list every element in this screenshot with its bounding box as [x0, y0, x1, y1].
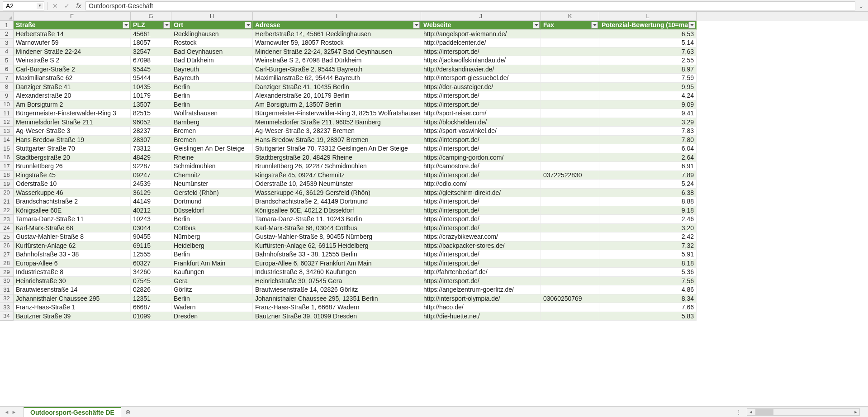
row-header-24[interactable]: 24: [0, 224, 14, 233]
sheet-tab-active[interactable]: Outdoorsport-Geschäfte DE: [24, 407, 121, 417]
cell[interactable]: 90455: [131, 232, 171, 242]
cell[interactable]: [541, 30, 599, 39]
row-header-23[interactable]: 23: [0, 215, 14, 224]
cell[interactable]: Bayreuth: [171, 74, 253, 83]
scrollbar-thumb[interactable]: [755, 409, 773, 415]
cell[interactable]: Mindener Straße 22-24: [14, 47, 131, 57]
cell[interactable]: [541, 232, 599, 242]
cell[interactable]: Kaufungen: [171, 268, 253, 277]
cell[interactable]: 24539: [131, 180, 171, 189]
cell[interactable]: Oderstraße 10, 24539 Neumünster: [253, 180, 421, 189]
cell[interactable]: Danziger Straße 41, 10435 Berlin: [253, 83, 421, 92]
cell[interactable]: 95445: [131, 65, 171, 74]
cell[interactable]: http://camostore.de/: [421, 162, 541, 171]
cell[interactable]: 9,18: [599, 206, 697, 215]
cell[interactable]: [541, 144, 599, 153]
cell[interactable]: Kurfürsten-Anlage 62, 69115 Heidelberg: [253, 242, 421, 251]
cell[interactable]: [541, 224, 599, 233]
cell[interactable]: [541, 153, 599, 162]
cell[interactable]: Gustav-Mahler-Straße 8: [14, 232, 131, 242]
cell[interactable]: 48429: [131, 153, 171, 162]
cell[interactable]: [541, 303, 599, 312]
cell[interactable]: Geislingen An Der Steige: [171, 144, 253, 153]
cell[interactable]: 67098: [131, 56, 171, 65]
row-header-1[interactable]: 1: [0, 21, 14, 30]
cell[interactable]: http://haco.de/: [421, 303, 541, 312]
cell[interactable]: Heidelberg: [171, 242, 253, 251]
cell[interactable]: Königsallee 60E: [14, 206, 131, 215]
cell[interactable]: Heinrichstraße 30: [14, 277, 131, 286]
filter-dropdown-icon[interactable]: [533, 22, 540, 28]
row-header-7[interactable]: 7: [0, 74, 14, 83]
cell[interactable]: [541, 206, 599, 215]
cell[interactable]: Weinstraße S 2: [14, 56, 131, 65]
cell[interactable]: [541, 197, 599, 206]
row-header-19[interactable]: 19: [0, 180, 14, 189]
row-header-21[interactable]: 21: [0, 197, 14, 206]
row-header-14[interactable]: 14: [0, 136, 14, 145]
cell[interactable]: Alexanderstraße 20: [14, 91, 131, 100]
cell[interactable]: https://angelzentrum-goerlitz.de/: [421, 285, 541, 294]
cell[interactable]: 73312: [131, 144, 171, 153]
cell[interactable]: Frankfurt Am Main: [171, 259, 253, 268]
row-header-5[interactable]: 5: [0, 56, 14, 65]
cell[interactable]: http://derskandinavier.de/: [421, 65, 541, 74]
cell[interactable]: Bad Oeynhausen: [171, 47, 253, 57]
cell[interactable]: Hans-Bredow-Straße 19: [14, 136, 131, 145]
cell[interactable]: 8,18: [599, 259, 697, 268]
cell[interactable]: Nürnberg: [171, 232, 253, 242]
formula-input[interactable]: Outdoorsport-Geschäft: [85, 1, 855, 10]
cell[interactable]: 12555: [131, 250, 171, 259]
cell[interactable]: Maximilianstraße 62, 95444 Bayreuth: [253, 74, 421, 83]
table-header-cell[interactable]: Ort: [171, 21, 253, 30]
cell[interactable]: 66687: [131, 303, 171, 312]
cell[interactable]: Gersfeld (Rhön): [171, 189, 253, 198]
cell[interactable]: [541, 268, 599, 277]
cell[interactable]: 10243: [131, 215, 171, 224]
cell[interactable]: [541, 91, 599, 100]
cell[interactable]: Neumünster: [171, 180, 253, 189]
column-header-F[interactable]: F: [14, 12, 131, 21]
cell[interactable]: [541, 277, 599, 286]
cell[interactable]: Hans-Bredow-Straße 19, 28307 Bremen: [253, 136, 421, 145]
cell[interactable]: 6,38: [599, 189, 697, 198]
row-header-28[interactable]: 28: [0, 259, 14, 268]
add-sheet-button[interactable]: ⊕: [123, 407, 133, 417]
cell[interactable]: Warnowufer 59, 18057 Rostock: [253, 38, 421, 47]
cell[interactable]: https://intersport.de/: [421, 171, 541, 180]
cell[interactable]: Bad Dürkheim: [171, 56, 253, 65]
row-header-9[interactable]: 9: [0, 91, 14, 100]
cell[interactable]: Bamberg: [171, 118, 253, 127]
cell[interactable]: 7,32: [599, 242, 697, 251]
cell[interactable]: Brandschachtstraße 2: [14, 197, 131, 206]
cell[interactable]: Franz-Haas-Straße 1: [14, 303, 131, 312]
cell[interactable]: Karl-Marx-Straße 68: [14, 224, 131, 233]
row-header-16[interactable]: 16: [0, 153, 14, 162]
cell[interactable]: Weinstraße S 2, 67098 Bad Dürkheim: [253, 56, 421, 65]
cell[interactable]: [541, 242, 599, 251]
cell[interactable]: Danziger Straße 41: [14, 83, 131, 92]
cell[interactable]: Memmelsdorfer Straße 211: [14, 118, 131, 127]
cell[interactable]: https://intersport.de/: [421, 206, 541, 215]
cell[interactable]: [541, 180, 599, 189]
filter-dropdown-icon[interactable]: [591, 22, 598, 28]
cell[interactable]: Europa-Allee 6: [14, 259, 131, 268]
cell[interactable]: 28237: [131, 127, 171, 136]
fx-icon[interactable]: fx: [74, 1, 84, 10]
cell[interactable]: https://backpacker-stores.de/: [421, 242, 541, 251]
cell[interactable]: Brautwiesenstraße 14: [14, 285, 131, 294]
table-header-cell[interactable]: Fax: [541, 21, 599, 30]
cell[interactable]: 8,97: [599, 65, 697, 74]
cell[interactable]: 7,59: [599, 74, 697, 83]
tab-prev-icon[interactable]: ◄: [4, 408, 10, 416]
cell[interactable]: [541, 285, 599, 294]
cell[interactable]: https://jackwolfskinlandau.de/: [421, 56, 541, 65]
cell[interactable]: http://odlo.com/: [421, 180, 541, 189]
cell[interactable]: http://intersport-giessuebel.de/: [421, 74, 541, 83]
row-header-32[interactable]: 32: [0, 294, 14, 303]
row-header-27[interactable]: 27: [0, 250, 14, 259]
cell[interactable]: Ringstraße 45, 09247 Chemnitz: [253, 171, 421, 180]
row-header-11[interactable]: 11: [0, 109, 14, 118]
filter-dropdown-icon[interactable]: [688, 22, 695, 28]
cell[interactable]: https://intersport.de/: [421, 136, 541, 145]
